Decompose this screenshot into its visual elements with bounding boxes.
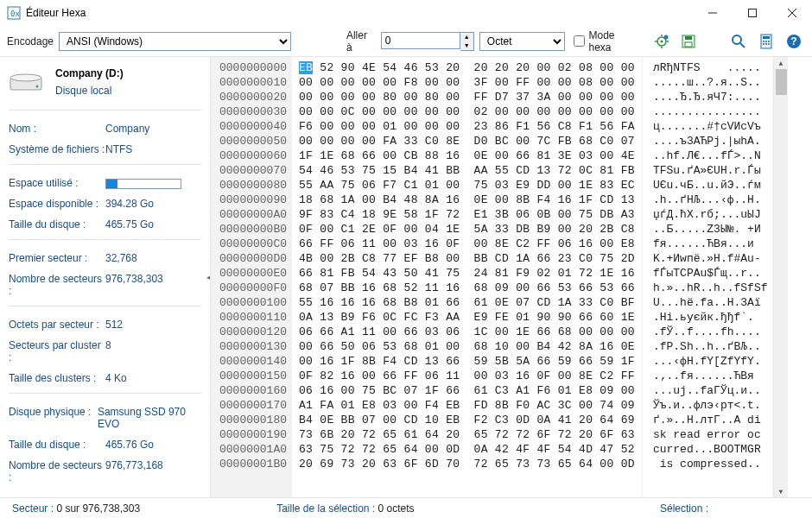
- property-row: Nom :Company: [9, 123, 201, 135]
- property-key: Taille du disque :: [9, 439, 105, 451]
- property-row: Système de fichiers :NTFS: [9, 143, 201, 155]
- goto-input[interactable]: [381, 32, 460, 49]
- sidebar: Company (D:) Disque local Nom :CompanySy…: [0, 57, 211, 497]
- close-button[interactable]: [772, 0, 812, 26]
- svg-line-17: [740, 43, 745, 47]
- property-key: Espace disponible :: [9, 198, 105, 210]
- hex-mode-checkbox[interactable]: Mode hexa: [574, 29, 639, 54]
- maximize-button[interactable]: [733, 0, 772, 26]
- svg-point-25: [768, 43, 770, 45]
- property-value: Company: [105, 123, 149, 135]
- property-value: NTFS: [105, 143, 132, 155]
- save-icon[interactable]: [677, 30, 700, 53]
- ascii-column[interactable]: лRђNTFS ..... .....ш..?.я..Ѕ.. ....Ђ.Ђ.я…: [642, 57, 773, 497]
- svg-rect-15: [685, 42, 692, 47]
- property-key: Disque physique :: [9, 406, 98, 430]
- property-value: 4 Ko: [105, 372, 127, 384]
- window-title: Éditeur Hexa: [26, 7, 693, 19]
- minimize-button[interactable]: [693, 0, 733, 26]
- calculator-icon[interactable]: [755, 30, 777, 53]
- property-key: Nombre de secteurs :: [9, 459, 105, 483]
- status-selsize-value: 0 octets: [378, 502, 415, 515]
- property-row: Taille du disque :465.76 Go: [9, 439, 201, 451]
- svg-text:?: ?: [790, 35, 796, 47]
- property-value: 32,768: [105, 252, 137, 264]
- svg-point-24: [765, 43, 767, 45]
- goto-unit-select[interactable]: Octet: [479, 32, 566, 51]
- svg-point-29: [10, 74, 41, 81]
- svg-rect-14: [685, 36, 692, 40]
- svg-point-22: [768, 41, 770, 42]
- property-key: Espace utilisé :: [9, 177, 105, 189]
- property-key: Premier secteur :: [9, 252, 105, 264]
- statusbar: Secteur : 0 sur 976,738,303 Taille de la…: [0, 497, 812, 518]
- svg-point-20: [763, 41, 764, 42]
- property-value: [105, 177, 181, 189]
- property-row: Disque physique :Samsung SSD 970 EVO: [9, 406, 201, 430]
- usage-bar: [105, 179, 181, 189]
- property-row: Taille des clusters :4 Ko: [9, 372, 201, 384]
- disk-type: Disque local: [55, 85, 124, 97]
- offset-column: 0000000000 0000000010 0000000020 0000000…: [211, 57, 292, 497]
- hex-bytes-column[interactable]: EB 52 90 4E 54 46 53 20 20 20 20 00 02 0…: [292, 57, 642, 497]
- svg-text:0x: 0x: [10, 9, 20, 18]
- goto-step-down[interactable]: ▼: [460, 41, 473, 50]
- status-sector-value: 0 sur 976,738,303: [56, 502, 140, 515]
- property-key: Secteurs par cluster :: [9, 339, 105, 363]
- toolbar: Encodage ANSI (Windows) Aller à ▲ ▼ Octe…: [0, 26, 812, 57]
- search-icon[interactable]: [727, 30, 750, 53]
- svg-point-16: [733, 35, 741, 44]
- property-key: Nom :: [9, 123, 105, 135]
- property-key: Taille du disque :: [9, 218, 105, 231]
- property-value: 8: [105, 339, 111, 363]
- property-row: Espace utilisé :: [9, 177, 201, 189]
- svg-point-23: [763, 43, 764, 45]
- property-key: Taille des clusters :: [9, 372, 105, 384]
- property-row: Taille du disque :465.75 Go: [9, 218, 201, 231]
- titlebar: 0x Éditeur Hexa: [0, 0, 812, 26]
- goto-step-up[interactable]: ▲: [460, 33, 473, 41]
- property-value: 512: [105, 319, 123, 331]
- svg-point-30: [36, 85, 39, 88]
- scroll-thumb[interactable]: [776, 69, 787, 95]
- property-row: Octets par secteur :512: [9, 319, 201, 331]
- disk-name: Company (D:): [55, 67, 124, 79]
- property-row: Nombre de secteurs :976,738,303: [9, 273, 201, 297]
- property-value: Samsung SSD 970 EVO: [98, 406, 201, 430]
- property-key: Système de fichiers :: [9, 143, 105, 155]
- svg-point-12: [663, 35, 668, 39]
- hex-mode-input[interactable]: [574, 35, 585, 47]
- property-value: 465.75 Go: [105, 218, 154, 231]
- property-value: 976,738,303: [105, 273, 163, 297]
- encoding-label: Encodage: [7, 35, 54, 47]
- sidebar-collapse-handle[interactable]: ◂: [206, 260, 211, 294]
- goto-label: Aller à: [346, 29, 376, 54]
- property-value: 465.76 Go: [105, 439, 154, 451]
- property-value: 394.28 Go: [105, 198, 154, 210]
- vertical-scrollbar[interactable]: ▲ ▼: [773, 57, 788, 497]
- property-row: Espace disponible :394.28 Go: [9, 198, 201, 210]
- svg-point-21: [765, 41, 767, 42]
- settings-gear-icon[interactable]: [650, 30, 673, 53]
- encoding-select[interactable]: ANSI (Windows): [59, 32, 291, 51]
- scroll-down-arrow[interactable]: ▼: [774, 485, 789, 497]
- property-value: 976,773,168: [105, 459, 163, 483]
- svg-rect-19: [763, 36, 770, 39]
- app-icon: 0x: [7, 6, 21, 20]
- svg-point-7: [660, 40, 663, 42]
- property-row: Secteurs par cluster :8: [9, 339, 201, 363]
- disk-icon: [9, 71, 43, 98]
- status-selsize-label: Taille de la sélection :: [276, 502, 375, 515]
- svg-rect-3: [749, 9, 757, 16]
- property-key: Nombre de secteurs :: [9, 273, 105, 297]
- property-row: Nombre de secteurs :976,773,168: [9, 459, 201, 483]
- property-row: Premier secteur :32,768: [9, 252, 201, 264]
- status-sector-label: Secteur :: [12, 502, 54, 515]
- hex-view[interactable]: 0000000000 0000000010 0000000020 0000000…: [211, 57, 812, 497]
- status-sel-label: Sélection :: [660, 502, 708, 515]
- help-icon[interactable]: ?: [783, 30, 805, 53]
- hex-mode-label: Mode hexa: [588, 29, 639, 54]
- property-key: Octets par secteur :: [9, 319, 105, 331]
- scroll-up-arrow[interactable]: ▲: [774, 57, 789, 69]
